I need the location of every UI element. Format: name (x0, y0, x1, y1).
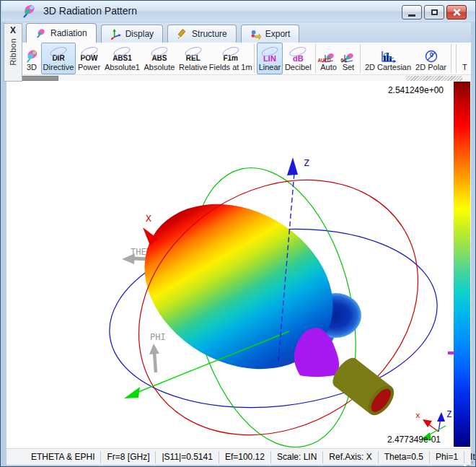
ribbon-toolbar: 3D DIR Directive POW Power ABS1 Absolute… (6, 43, 471, 74)
clipped-toolbar-button[interactable]: T (459, 43, 471, 74)
radiation-pattern-icon (21, 4, 37, 19)
status-s11: |S11|=0.5141 (156, 451, 219, 463)
2d-cartesian-icon (379, 51, 397, 63)
minimize-icon (408, 14, 415, 17)
ribbon-side-panel: X Ribbon (4, 23, 22, 82)
axes-triad-icon (110, 29, 121, 40)
window-title: 3D Radiation Pattern (43, 1, 137, 22)
status-frequency: Fr=8 [GHz] (101, 451, 156, 463)
decibel-scale-button[interactable]: dB Decibel (283, 43, 313, 74)
toolbar-separator (315, 44, 316, 73)
toolbar-separator (360, 44, 361, 73)
status-bar: ETHETA & EPHI Fr=8 [GHz] |S11|=0.5141 Ef… (6, 448, 471, 465)
tab-label: Display (125, 29, 154, 39)
directive-button[interactable]: DIR Directive (41, 43, 76, 74)
ribbon-scrollbar[interactable] (6, 74, 471, 81)
button-label: T (462, 63, 467, 72)
triad-x-label: x (415, 411, 420, 420)
2d-cartesian-button[interactable]: 2D Cartesian (363, 43, 413, 74)
tab-strip: Radiation Display Structure (6, 22, 471, 43)
button-label: Absolute1 (105, 63, 140, 72)
linear-scale-button[interactable]: LIN Linear (257, 43, 283, 74)
absolute1-button[interactable]: ABS1 Absolute1 (102, 43, 142, 74)
title-bar[interactable]: 3D Radiation Pattern (1, 1, 475, 22)
close-icon (452, 8, 461, 17)
ribbon-side-label[interactable]: Ribbon (9, 38, 17, 66)
export-arrow-icon (250, 29, 261, 40)
tab-export[interactable]: Export (241, 25, 300, 43)
status-ref-axis: Ref.Axis: X (323, 451, 378, 463)
absolute-button[interactable]: ABS Absolute (142, 43, 177, 74)
button-label: Fields at 1m (209, 63, 252, 72)
3d-scene: THETA Z X PHI (6, 81, 471, 448)
ribbon-close-button[interactable]: X (10, 24, 16, 38)
resize-grip[interactable] (471, 461, 473, 463)
button-label: 3D (27, 63, 37, 72)
status-efficiency: Ef=100.12 (219, 451, 271, 463)
toolbar-separator (451, 44, 451, 73)
auto-range-button[interactable]: AUTO Auto (318, 43, 339, 74)
z-axis-arrowhead (287, 157, 298, 175)
2d-polar-icon (424, 50, 438, 63)
maximize-icon (431, 9, 438, 15)
pencil-icon (177, 29, 188, 40)
toolbar-separator (254, 44, 255, 73)
tab-label: Export (265, 29, 291, 39)
button-label: 2D Cartesian (365, 63, 411, 72)
triad-z-arrowhead (437, 412, 445, 422)
fields-at-1m-button[interactable]: F1m Fields at 1m (210, 43, 252, 74)
status-phi-step: Phi=1 (430, 451, 464, 463)
set-range-button[interactable]: 0 1 Set (339, 43, 358, 74)
status-theta-step: Theta=0.5 (379, 451, 430, 463)
triad-z-label: Z (446, 409, 451, 419)
phi-axis-label: PHI (150, 332, 166, 342)
toolbar-separator (456, 44, 457, 73)
status-scale: Scale: LIN (271, 451, 323, 463)
z-axis-label: Z (304, 157, 309, 168)
colorbar-max-value: 2.541249e+00 (388, 85, 444, 95)
maximize-button[interactable] (424, 5, 444, 19)
button-label: Relative (179, 63, 208, 72)
app-window: 3D Radiation Pattern Radiation (0, 0, 476, 467)
button-label: Absolute (144, 63, 175, 72)
tab-structure[interactable]: Structure (167, 25, 237, 43)
relative-button[interactable]: REL Relative (177, 43, 210, 74)
minimize-button[interactable] (402, 5, 422, 19)
2d-polar-button[interactable]: 2D Polar (413, 43, 449, 74)
colorbar-marker (448, 352, 454, 354)
power-button[interactable]: POW Power (76, 43, 102, 74)
tab-display[interactable]: Display (101, 25, 163, 43)
colorbar (454, 82, 470, 447)
phi-arrowhead (149, 344, 159, 354)
close-button[interactable] (446, 5, 467, 19)
theta-arrowhead (122, 253, 135, 264)
button-label: Power (78, 63, 100, 72)
button-label: Auto (320, 63, 337, 72)
button-label: Linear (259, 63, 281, 72)
x-axis-label: X (146, 213, 151, 224)
tab-radiation[interactable]: Radiation (26, 23, 97, 43)
button-label: Decibel (285, 63, 312, 72)
3d-radiation-viewport[interactable]: THETA Z X PHI (6, 81, 471, 448)
ribbon-scrollbar-thumb[interactable] (21, 76, 58, 81)
phi-arrow (154, 352, 156, 372)
button-label: 2D Polar (415, 63, 446, 72)
tab-label: Radiation (50, 28, 87, 38)
3d-view-button[interactable]: 3D (22, 43, 41, 74)
radiation-tab-icon (35, 28, 46, 39)
button-label: Directive (43, 63, 74, 72)
y-axis-arrowhead (124, 387, 140, 398)
colorbar-min-value: 2.477349e-01 (387, 435, 441, 445)
status-field-components: ETHETA & EPHI (25, 451, 101, 463)
tab-label: Structure (192, 29, 227, 39)
3d-pattern-icon (25, 50, 39, 63)
ribbon-scrollbar-hatch (406, 76, 462, 81)
button-label: Set (343, 63, 355, 72)
